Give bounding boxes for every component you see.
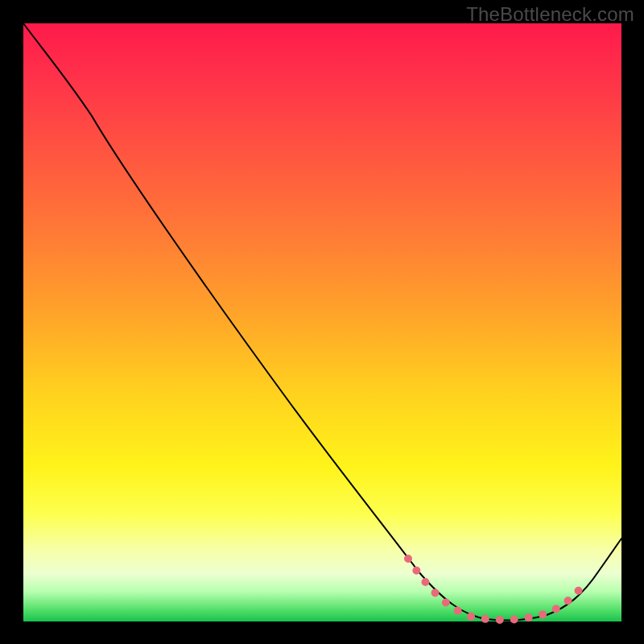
optimal-range-dots (408, 559, 587, 620)
bottleneck-curve-line (23, 23, 621, 621)
chart-plot-area (23, 23, 621, 621)
watermark-text: TheBottleneck.com (466, 3, 634, 26)
chart-frame: TheBottleneck.com (0, 0, 644, 644)
chart-curve-svg (23, 23, 621, 621)
